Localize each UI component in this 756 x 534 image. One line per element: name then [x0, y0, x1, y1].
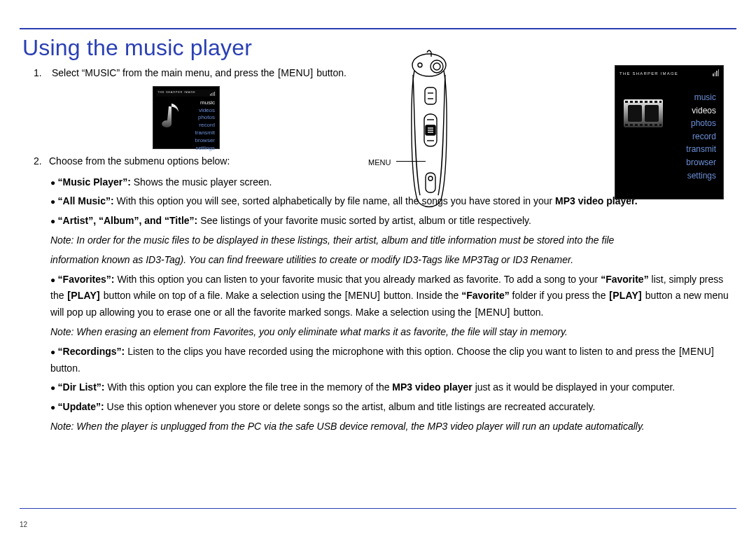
fav-note: Note: When erasing an element from Favor…	[50, 324, 734, 341]
fav-t4: button. Inside the	[381, 290, 461, 301]
screen-menu-large: music videos photos record transmit brow…	[686, 91, 716, 182]
svg-rect-10	[654, 101, 657, 103]
svg-rect-18	[654, 124, 657, 126]
fav-t1: With this option you can listen to your …	[117, 274, 601, 285]
t-settings: settings	[195, 145, 215, 153]
svg-rect-5	[630, 101, 633, 103]
bullet-update: “Update”: Use this option whenever you s…	[50, 399, 734, 416]
device-outline	[398, 50, 461, 211]
svg-rect-36	[426, 173, 435, 192]
svg-rect-17	[650, 124, 652, 126]
rec-label: “Recordings”:	[58, 346, 128, 357]
note-prefix: Note:	[50, 234, 76, 246]
aat-label: “Artist”, “Album”, and “Title”:	[58, 215, 201, 226]
svg-rect-12	[625, 124, 628, 126]
battery-icon	[712, 65, 719, 82]
bullet-favorites: “Favorites”: With this option you can li…	[50, 272, 734, 321]
t-transmit: transmit	[195, 129, 215, 137]
page-content: THE SHARPER IMAGE music videos photos re…	[20, 65, 736, 435]
svg-rect-15	[640, 124, 643, 126]
music-note-icon	[159, 102, 183, 136]
svg-point-21	[412, 54, 446, 76]
bullet-recordings: “Recordings”: Listen to the clips you ha…	[50, 344, 734, 377]
svg-rect-20	[624, 129, 663, 134]
svg-rect-3	[645, 105, 659, 122]
t-browser: browser	[195, 137, 215, 145]
svg-rect-8	[645, 101, 648, 103]
menu-button-ref: [MENU]	[277, 67, 314, 78]
menu-button-ref: [MENU]	[344, 290, 381, 301]
step2-text: Choose from the submenu options below:	[49, 155, 230, 167]
menu-button-ref: [MENU]	[678, 346, 715, 357]
aat-note-1: Note: In order for the music files to be…	[50, 232, 734, 249]
aat-text: See listings of your favorite music sort…	[200, 215, 531, 226]
svg-point-37	[428, 176, 433, 181]
svg-rect-25	[425, 87, 436, 104]
fav-note-text: When erasing an element from Favorites, …	[76, 326, 568, 337]
upd-note2: will run an update automatically.	[503, 421, 645, 432]
menu-item-transmit: transmit	[686, 143, 716, 156]
page-title: Using the music player	[22, 35, 736, 61]
t-videos: videos	[195, 107, 215, 115]
svg-rect-4	[625, 101, 628, 103]
rec-t1: Listen to the clips you have recorded us…	[127, 346, 678, 357]
bullet-artist-album-title: “Artist”, “Album”, and “Title”: See list…	[50, 213, 734, 230]
screen-title-bar: THE SHARPER IMAGE	[620, 69, 719, 78]
aat-note1-text: In order for the music files to be displ…	[76, 234, 614, 246]
step1-mid: ” from the main menu, and press the	[116, 67, 277, 78]
step1-music: MUSIC	[85, 67, 116, 78]
page-number: 12	[20, 521, 27, 528]
t-photos: photos	[195, 114, 215, 122]
upd-note: Note: When the player is unplugged from …	[50, 419, 734, 435]
aat-note-2: information known as ID3-Tag). You can f…	[50, 252, 734, 269]
svg-rect-16	[645, 124, 648, 126]
bullet-dir-list: “Dir List”: With this option you can exp…	[50, 379, 734, 396]
play-button-ref: [PLAY]	[608, 290, 643, 301]
step1-pre: Select “	[52, 67, 85, 78]
all-pre: With this option you will see, sorted al…	[117, 195, 555, 206]
bottom-rule	[20, 508, 736, 509]
step1-post: button.	[314, 67, 346, 78]
menu-item-settings: settings	[686, 169, 716, 183]
thumb-title-bar: THE SHARPER IMAGE	[156, 90, 216, 97]
menu-item-videos: videos	[686, 104, 716, 118]
svg-rect-11	[659, 101, 662, 103]
svg-rect-6	[635, 101, 638, 103]
menu-item-photos: photos	[686, 117, 716, 130]
rec-t2: button.	[50, 363, 80, 374]
svg-rect-7	[640, 101, 643, 103]
menu-callout-label: MENU	[368, 156, 391, 169]
film-icon	[622, 97, 664, 134]
svg-rect-13	[630, 124, 633, 126]
menu-item-browser: browser	[686, 156, 716, 169]
screen-menu-thumb: music videos photos record transmit brow…	[195, 99, 215, 153]
fav-t5: folder if you press the	[510, 290, 609, 301]
upd-note-mid: MP3 video player	[428, 421, 503, 432]
play-button-ref: [PLAY]	[66, 290, 101, 301]
svg-rect-2	[628, 105, 642, 122]
brand-text-small: THE SHARPER IMAGE	[158, 90, 195, 95]
t-record: record	[195, 122, 215, 129]
t-music: music	[195, 99, 215, 107]
fav-label: “Favorites”:	[58, 274, 118, 285]
svg-point-22	[418, 63, 422, 67]
note-prefix: Note:	[50, 421, 76, 432]
device-screen-thumb: THE SHARPER IMAGE music videos photos re…	[153, 86, 220, 149]
device-screen-large: THE SHARPER IMAGE music videos photos re…	[615, 65, 724, 199]
all-label: “All Music”:	[58, 195, 117, 206]
upd-note1: When the player is unplugged from the PC…	[76, 421, 427, 432]
note-prefix: Note:	[50, 326, 76, 337]
svg-rect-9	[650, 101, 652, 103]
mp-label: “Music Player”:	[58, 176, 134, 188]
svg-point-38	[160, 131, 177, 135]
fav-b1: “Favorite”	[601, 274, 648, 285]
upd-text: Use this option whenever you store or de…	[107, 401, 596, 412]
brand-text: THE SHARPER IMAGE	[620, 70, 678, 77]
aat-note2-text: information known as ID3-Tag). You can f…	[50, 254, 573, 265]
fav-t3: button while on top of a file. Make a se…	[101, 290, 344, 301]
dir-label: “Dir List”:	[58, 381, 108, 393]
dir-bold: MP3 video player	[392, 381, 472, 393]
svg-point-24	[433, 63, 440, 70]
dir-t1: With this option you can explore the fil…	[107, 381, 392, 393]
menu-callout-line	[396, 161, 426, 162]
